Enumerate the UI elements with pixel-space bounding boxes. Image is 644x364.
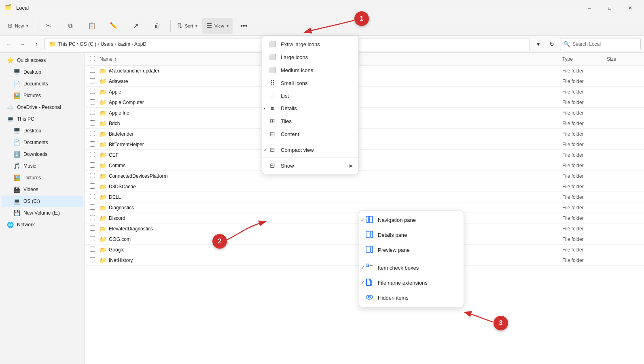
vd-item-list[interactable]: ≡ List	[262, 89, 358, 102]
search-box[interactable]: 🔍	[560, 38, 641, 50]
row-type-8: File folder	[562, 152, 607, 158]
row-checkbox-5[interactable]	[90, 120, 100, 127]
vd-item-medium[interactable]: ⬜ Medium icons	[262, 64, 358, 77]
sm-extensions-check: ✓	[361, 280, 364, 285]
row-checkbox-15[interactable]	[90, 226, 100, 232]
table-row[interactable]: 📁 Apple Inc File folder	[85, 108, 644, 118]
close-button[interactable]: ✕	[621, 2, 639, 15]
row-checkbox-7[interactable]	[90, 141, 100, 148]
sidebar-item-pictures-qa[interactable]: 🖼️ Pictures	[2, 90, 83, 101]
vd-item-content[interactable]: ⊟ Content	[262, 128, 358, 140]
sort-button[interactable]: ⇅ Sort ▾	[173, 18, 201, 34]
vd-item-extra-large[interactable]: ⬜ Extra large icons	[262, 38, 358, 51]
sidebar-item-os-c[interactable]: 💻 OS (C:)	[2, 196, 83, 207]
rename-button[interactable]: ✏️	[103, 18, 124, 34]
row-type-17: File folder	[562, 247, 607, 253]
maximize-button[interactable]: □	[600, 2, 619, 15]
view-button[interactable]: ☰ View ▾	[202, 18, 233, 34]
table-row[interactable]: 📁 Bdch File folder	[85, 118, 644, 129]
row-checkbox-18[interactable]	[90, 257, 100, 264]
row-type-5: File folder	[562, 121, 607, 126]
table-row[interactable]: 📁 Apple File folder	[85, 87, 644, 97]
desktop-pc-icon: 🖥️	[13, 128, 20, 134]
table-row[interactable]: 📁 Adaware File folder	[85, 76, 644, 87]
copy-button[interactable]: ⧉	[59, 18, 80, 34]
row-checkbox-2[interactable]	[90, 89, 100, 95]
row-checkbox-14[interactable]	[90, 215, 100, 221]
sidebar-item-this-pc[interactable]: 💻 This PC	[2, 113, 83, 125]
sm-item-details-pane[interactable]: ✓ Details pane	[359, 228, 464, 243]
search-input[interactable]	[572, 41, 637, 47]
sidebar-item-desktop-pc[interactable]: 🖥️ Desktop	[2, 125, 83, 136]
row-type-6: File folder	[562, 131, 607, 137]
more-button[interactable]: •••	[233, 18, 254, 34]
row-checkbox-4[interactable]	[90, 110, 100, 116]
sidebar-item-videos[interactable]: 🎬 Videos	[2, 184, 83, 195]
sidebar-item-new-volume[interactable]: 💾 New Volume (E:)	[2, 207, 83, 219]
sm-item-check-boxes[interactable]: ✓ Item check boxes	[359, 260, 464, 275]
sm-item-file-extensions[interactable]: ✓ File name extensions	[359, 275, 464, 290]
forward-button[interactable]: →	[17, 38, 28, 50]
folder-icon-18: 📁	[100, 257, 106, 264]
row-checkbox-12[interactable]	[90, 194, 100, 200]
annotation-3-label: 3	[499, 319, 503, 327]
vd-item-details[interactable]: • ≡ Details	[262, 102, 358, 115]
table-row[interactable]: 📁 CEF File folder	[85, 150, 644, 160]
folder-icon-1: 📁	[100, 78, 106, 85]
sidebar-item-music[interactable]: 🎵 Music	[2, 160, 83, 172]
table-row[interactable]: 📁 Comms File folder	[85, 160, 644, 171]
sidebar-item-quick-access[interactable]: ⭐ Quick access	[2, 55, 83, 66]
sm-item-nav-pane[interactable]: ✓ Navigation pane	[359, 213, 464, 228]
vd-item-tiles[interactable]: ⊞ Tiles	[262, 115, 358, 128]
row-checkbox-16[interactable]	[90, 236, 100, 243]
paste-button[interactable]: 📋	[81, 18, 102, 34]
header-checkbox[interactable]	[90, 56, 100, 62]
sidebar-item-onedrive[interactable]: ☁️ OneDrive - Personal	[2, 102, 83, 113]
sidebar-item-network[interactable]: 🌐 Network	[2, 219, 83, 230]
table-row[interactable]: 📁 DELL File folder	[85, 192, 644, 202]
cut-button[interactable]: ✂	[38, 18, 59, 34]
sidebar-item-documents-pc[interactable]: 📄 Documents	[2, 137, 83, 148]
table-row[interactable]: 📁 ConnectedDevicesPlatform File folder	[85, 171, 644, 181]
header-size[interactable]: Size	[607, 56, 639, 62]
row-checkbox-3[interactable]	[90, 99, 100, 106]
refresh-button[interactable]: ↻	[546, 38, 557, 50]
sidebar-item-desktop-qa[interactable]: 🖥️ Desktop	[2, 66, 83, 78]
row-checkbox-8[interactable]	[90, 152, 100, 158]
new-button[interactable]: ⊕ New ▾	[3, 18, 32, 34]
vd-item-show[interactable]: ⊟ Show ▶	[262, 159, 358, 172]
sm-details-label: Details pane	[378, 232, 407, 238]
dropdown-button[interactable]: ▾	[532, 38, 544, 50]
row-checkbox-13[interactable]	[90, 204, 100, 211]
header-type[interactable]: Type	[562, 56, 607, 62]
table-row[interactable]: 📁 D3DSCache File folder	[85, 181, 644, 192]
delete-icon: 🗑	[154, 22, 161, 30]
table-row[interactable]: 📁 @axielauncher-updater File folder	[85, 66, 644, 76]
back-button[interactable]: ←	[3, 38, 15, 50]
sidebar-item-documents-qa[interactable]: 📄 Documents	[2, 78, 83, 89]
row-checkbox-11[interactable]	[90, 183, 100, 190]
select-all-checkbox[interactable]	[90, 56, 95, 61]
row-checkbox-9[interactable]	[90, 162, 100, 169]
table-row[interactable]: 📁 Apple Computer File folder	[85, 97, 644, 108]
row-checkbox-6[interactable]	[90, 131, 100, 137]
row-checkbox-17[interactable]	[90, 247, 100, 253]
vd-item-large[interactable]: ⬜ Large icons	[262, 51, 358, 64]
row-checkbox-10[interactable]	[90, 173, 100, 179]
row-checkbox-0[interactable]	[90, 68, 100, 74]
row-checkbox-1[interactable]	[90, 78, 100, 85]
delete-button[interactable]: 🗑	[147, 18, 168, 34]
share-button[interactable]: ↗	[125, 18, 146, 34]
minimize-button[interactable]: ─	[580, 2, 599, 15]
sm-item-hidden[interactable]: ✓ Hidden items	[359, 290, 464, 305]
sm-item-preview-pane[interactable]: ✓ Preview pane	[359, 243, 464, 258]
table-row[interactable]: 📁 BitTorrentHelper File folder	[85, 139, 644, 150]
vd-item-compact[interactable]: ✓ ⊟ Compact view	[262, 143, 358, 156]
folder-icon-17: 📁	[100, 247, 106, 253]
vd-item-small[interactable]: ⠿ Small icons	[262, 77, 358, 89]
table-row[interactable]: 📁 Bitdefender File folder	[85, 129, 644, 139]
sidebar-item-pictures-pc[interactable]: 🖼️ Pictures	[2, 172, 83, 183]
documents-pc-icon: 📄	[13, 139, 20, 146]
up-button[interactable]: ↑	[31, 38, 42, 50]
sidebar-item-downloads[interactable]: ⬇️ Downloads	[2, 149, 83, 160]
